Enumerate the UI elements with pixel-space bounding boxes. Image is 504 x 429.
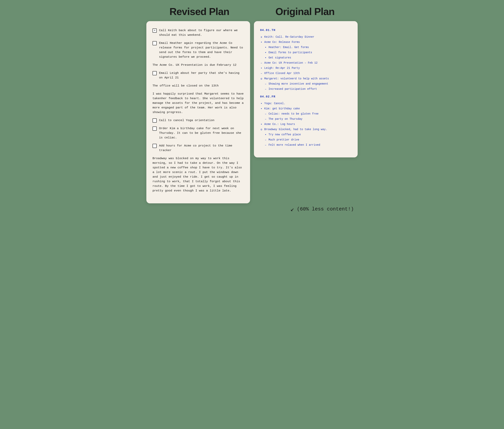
bottom-row: ↙ (60% less content!) [146, 205, 358, 213]
orig-item-broadway: o Broadway blocked, had to take long way… [260, 127, 351, 132]
orig-list-1: x Keith: Call. Re-Saturday Dinner • Acme… [260, 35, 351, 91]
task-item-leigh: Email Leigh about her party that she's h… [153, 71, 244, 80]
orig-text-broadway: Broadway blocked, had to take long way. [264, 127, 327, 132]
orig-item-margaret: o Margaret: volunteerd to help with asse… [260, 77, 351, 81]
orig-text-celiac: Celiac: needs to be gluten free [269, 112, 318, 116]
orig-item-office-closed: – Office Closed Apr 13th [260, 71, 351, 76]
orig-text-ux: Acme Co: UX Presentation – Feb 12 [264, 61, 318, 65]
orig-item-log-hours: • Acme Co.: Log hours [260, 122, 351, 127]
task-item-yoga: Call to cancel Yoga orientation [153, 118, 244, 123]
checkbox-keith[interactable] [153, 28, 157, 33]
orig-bullet-ux: – [260, 61, 263, 65]
orig-sub-prettier: – Much prettier drive [264, 138, 351, 142]
panels-row: Call Keith back about to figure our wher… [146, 21, 358, 203]
orig-text-acme-forms: Acme Co: Release Forms [264, 40, 300, 45]
orig-item-yoga: • Yoga: Cancel. [260, 101, 351, 106]
orig-bullet-kim: • [260, 107, 263, 111]
orig-bullet-heather-sub: • [264, 45, 267, 50]
orig-text-email-forms: Email forms to participants [269, 50, 312, 55]
orig-text-margaret: Margaret: volunteerd to help with assets [264, 77, 329, 81]
orig-text-participation: Increased participation effort [269, 87, 317, 91]
orig-text-kim: Kim: get birthday cake [264, 107, 300, 111]
date-header-1: 04.01.TH [260, 28, 351, 33]
orig-bullet-office: – [260, 71, 263, 76]
orig-item-acme-forms: • Acme Co: Release Forms [260, 40, 351, 45]
orig-list-2: • Yoga: Cancel. • Kim: get birthday cake… [260, 101, 351, 148]
task-item-heather: Email Heather again regarding the Acme C… [153, 41, 244, 59]
task-item-kim: Order Kim a birthday cake for next week … [153, 126, 244, 140]
less-content-note: ↙ (60% less content!) [290, 205, 354, 213]
arrow-icon: ↙ [290, 205, 294, 213]
headers-row: Revised Plan Original Plan [146, 6, 358, 17]
orig-bullet-acme-forms: • [260, 40, 263, 45]
orig-text-relaxed: Felt more relaxed when I arrived [269, 143, 320, 147]
orig-text-log: Acme Co.: Log hours [264, 122, 295, 126]
orig-bullet-coffee: • [264, 133, 267, 137]
task-text-keith: Call Keith back about to figure our wher… [159, 28, 244, 37]
orig-bullet-celiac: – [264, 112, 267, 116]
less-content-text: (60% less content!) [297, 206, 354, 212]
note-acme-presentation: The Acme Co. UX Presentation is due Febr… [153, 63, 244, 67]
task-text-acme-hours: Add hours for Acme co project to the tim… [159, 143, 244, 153]
checkbox-leigh[interactable] [153, 71, 157, 75]
orig-item-kim-cake: • Kim: get birthday cake [260, 107, 351, 111]
orig-text-incentive: Showing more incentive and engagement [269, 82, 328, 86]
checkbox-kim[interactable] [153, 126, 157, 131]
orig-text-coffee: Try new coffee place [269, 133, 301, 137]
orig-sub-party-thursday: – The party on Thursday [264, 117, 351, 121]
task-text-heather: Email Heather again regarding the Acme C… [159, 41, 244, 59]
orig-sub-relaxed: – Felt more relaxed when I arrived [264, 143, 351, 147]
task-text-kim: Order Kim a birthday cake for next week … [159, 126, 244, 140]
task-item-acme-hours: Add hours for Acme co project to the tim… [153, 143, 244, 153]
orig-sub-coffee: • Try new coffee place [264, 133, 351, 137]
orig-text-keith: Keith: Call. Re-Saturday Dinner [264, 35, 314, 39]
orig-text-signatures: Get signatures [269, 55, 291, 60]
main-container: Revised Plan Original Plan Call Keith ba… [146, 6, 358, 213]
orig-sub-celiac: – Celiac: needs to be gluten free [264, 112, 351, 116]
orig-text-yoga: Yoga: Cancel. [264, 101, 285, 106]
note-office-closed: The office will be closed on the 13th [153, 83, 244, 88]
orig-text-prettier: Much prettier drive [269, 138, 299, 142]
orig-sub-incentive: – Showing more incentive and engagement [264, 82, 351, 86]
orig-sub-signatures: • Get signatures [264, 55, 351, 60]
orig-item-leigh: • Leigh: Re:Apr 21 Party [260, 66, 351, 71]
original-plan-panel: 04.01.TH x Keith: Call. Re-Saturday Dinn… [254, 21, 358, 157]
orig-item-keith: x Keith: Call. Re-Saturday Dinner [260, 35, 351, 39]
orig-bullet-relaxed: – [264, 143, 267, 147]
orig-bullet-email-forms: • [264, 51, 267, 55]
revised-plan-panel: Call Keith back about to figure our wher… [146, 21, 250, 203]
revised-plan-title: Revised Plan [169, 6, 229, 17]
orig-bullet-keith: x [260, 35, 263, 39]
orig-item-ux-presentation: – Acme Co: UX Presentation – Feb 12 [260, 61, 351, 65]
orig-bullet-yoga: • [260, 101, 263, 106]
orig-bullet-prettier: – [264, 138, 267, 142]
task-text-leigh: Email Leigh about her party that she's h… [159, 71, 244, 80]
orig-text-heather-sub: Heather: Email. Get forms [269, 45, 309, 50]
checkbox-heather[interactable] [153, 41, 157, 45]
note-margaret: I was happily surprised that Margaret se… [153, 91, 244, 115]
checkbox-acme-hours[interactable] [153, 144, 157, 148]
orig-bullet-party: – [264, 117, 267, 121]
date-header-2: 04.02.FR [260, 95, 351, 99]
orig-text-party: The party on Thursday [269, 117, 302, 121]
orig-bullet-incentive: – [264, 82, 267, 86]
orig-bullet-signatures: • [264, 56, 267, 60]
orig-bullet-broadway: o [260, 127, 263, 132]
task-item-keith: Call Keith back about to figure our wher… [153, 28, 244, 37]
orig-bullet-leigh: • [260, 66, 263, 71]
orig-sub-heather: • Heather: Email. Get forms [264, 45, 351, 50]
original-plan-title: Original Plan [275, 6, 335, 17]
orig-sub-participation: – Increased participation effort [264, 87, 351, 91]
checkbox-yoga[interactable] [153, 118, 157, 123]
orig-text-office: Office Closed Apr 13th [264, 71, 300, 76]
task-text-yoga: Call to cancel Yoga orientation [159, 118, 244, 123]
orig-bullet-participation: – [264, 87, 267, 91]
orig-sub-email-forms: • Email forms to participants [264, 50, 351, 55]
note-broadway: Broadway was blocked on my way to work t… [153, 156, 244, 193]
orig-text-leigh: Leigh: Re:Apr 21 Party [264, 66, 300, 70]
orig-bullet-margaret: o [260, 77, 263, 81]
orig-bullet-log: • [260, 122, 263, 127]
